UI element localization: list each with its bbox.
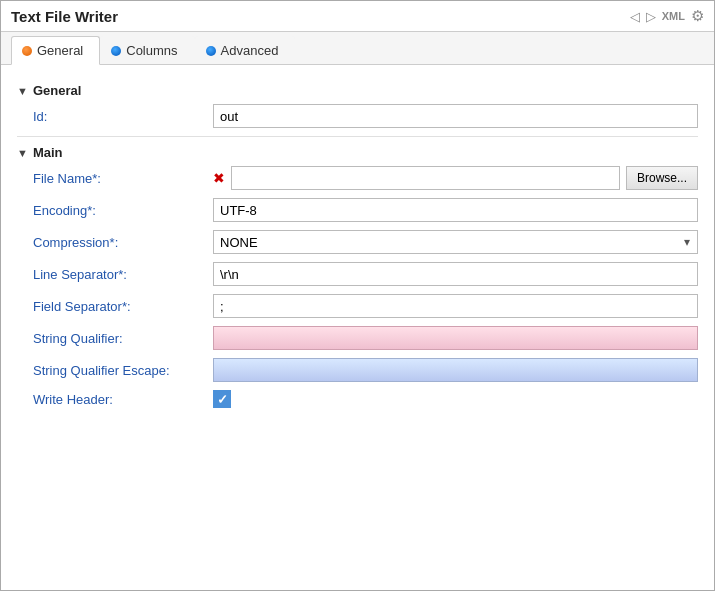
- forward-icon[interactable]: ▷: [646, 9, 656, 24]
- main-window: Text File Writer ◁ ▷ XML ⚙ General Colum…: [0, 0, 715, 591]
- string-qualifier-escape-input[interactable]: [213, 358, 698, 382]
- field-label-id: Id:: [33, 109, 213, 124]
- field-row-compression: Compression*: NONE GZIP BZIP2: [17, 230, 698, 254]
- compression-select[interactable]: NONE GZIP BZIP2: [213, 230, 698, 254]
- title-bar: Text File Writer ◁ ▷ XML ⚙: [1, 1, 714, 32]
- tab-columns-label: Columns: [126, 43, 177, 58]
- field-value-id: [213, 104, 698, 128]
- tab-general[interactable]: General: [11, 36, 100, 65]
- field-value-file-name: ✖ Browse...: [213, 166, 698, 190]
- field-row-file-name: File Name*: ✖ Browse...: [17, 166, 698, 190]
- field-label-line-separator: Line Separator*:: [33, 267, 213, 282]
- string-qualifier-input[interactable]: [213, 326, 698, 350]
- tab-advanced-dot: [206, 46, 216, 56]
- content-area: ▼ General Id: ▼ Main File Name*: ✖ Brows…: [1, 65, 714, 590]
- id-input[interactable]: [213, 104, 698, 128]
- browse-button[interactable]: Browse...: [626, 166, 698, 190]
- tab-columns-dot: [111, 46, 121, 56]
- tab-general-dot: [22, 46, 32, 56]
- tab-advanced[interactable]: Advanced: [195, 36, 296, 64]
- field-row-string-qualifier-escape: String Qualifier Escape:: [17, 358, 698, 382]
- back-icon[interactable]: ◁: [630, 9, 640, 24]
- field-label-file-name: File Name*:: [33, 171, 213, 186]
- field-label-field-separator: Field Separator*:: [33, 299, 213, 314]
- section-general-label: General: [33, 83, 81, 98]
- field-row-write-header: Write Header: ✓: [17, 390, 698, 408]
- xml-icon[interactable]: XML: [662, 10, 685, 22]
- field-value-string-qualifier-escape: [213, 358, 698, 382]
- section-general-arrow: ▼: [17, 85, 28, 97]
- field-value-write-header: ✓: [213, 390, 698, 408]
- field-label-encoding: Encoding*:: [33, 203, 213, 218]
- field-separator-input[interactable]: [213, 294, 698, 318]
- field-value-line-separator: [213, 262, 698, 286]
- checkbox-check-icon: ✓: [217, 392, 228, 407]
- line-separator-input[interactable]: [213, 262, 698, 286]
- field-label-string-qualifier: String Qualifier:: [33, 331, 213, 346]
- compression-select-wrapper: NONE GZIP BZIP2: [213, 230, 698, 254]
- window-title: Text File Writer: [11, 8, 118, 25]
- field-value-encoding: [213, 198, 698, 222]
- error-icon-file-name: ✖: [213, 170, 225, 186]
- file-name-input[interactable]: [231, 166, 620, 190]
- field-value-compression: NONE GZIP BZIP2: [213, 230, 698, 254]
- field-value-field-separator: [213, 294, 698, 318]
- field-row-id: Id:: [17, 104, 698, 128]
- field-label-write-header: Write Header:: [33, 392, 213, 407]
- title-bar-actions: ◁ ▷ XML ⚙: [630, 7, 704, 25]
- field-row-encoding: Encoding*:: [17, 198, 698, 222]
- gear-icon[interactable]: ⚙: [691, 7, 704, 25]
- tabs-bar: General Columns Advanced: [1, 32, 714, 65]
- section-main-label: Main: [33, 145, 63, 160]
- field-row-line-separator: Line Separator*:: [17, 262, 698, 286]
- section-general-header[interactable]: ▼ General: [17, 83, 698, 98]
- encoding-input[interactable]: [213, 198, 698, 222]
- divider-1: [17, 136, 698, 137]
- field-row-field-separator: Field Separator*:: [17, 294, 698, 318]
- field-label-compression: Compression*:: [33, 235, 213, 250]
- section-main-arrow: ▼: [17, 147, 28, 159]
- field-row-string-qualifier: String Qualifier:: [17, 326, 698, 350]
- tab-columns[interactable]: Columns: [100, 36, 194, 64]
- write-header-checkbox[interactable]: ✓: [213, 390, 231, 408]
- field-value-string-qualifier: [213, 326, 698, 350]
- section-main-header[interactable]: ▼ Main: [17, 145, 698, 160]
- field-label-string-qualifier-escape: String Qualifier Escape:: [33, 363, 213, 378]
- tab-general-label: General: [37, 43, 83, 58]
- tab-advanced-label: Advanced: [221, 43, 279, 58]
